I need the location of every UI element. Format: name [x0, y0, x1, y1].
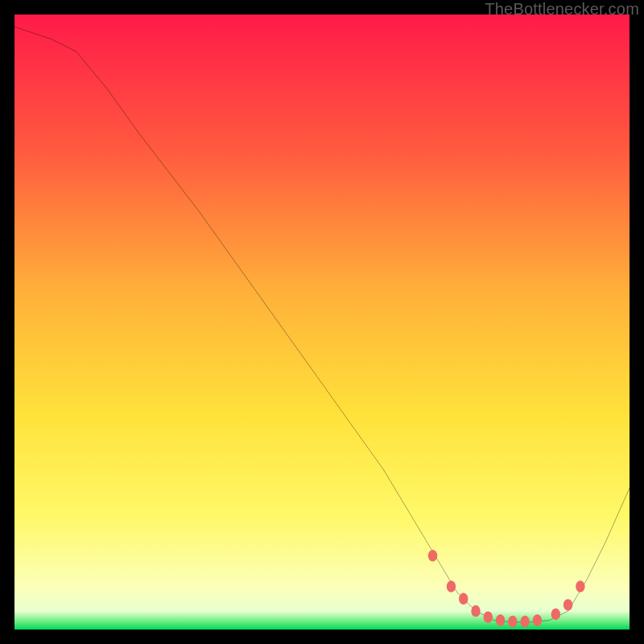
highlight-dot	[471, 605, 480, 617]
highlight-dot	[508, 616, 517, 628]
curve-layer	[14, 14, 630, 630]
highlight-dots	[428, 550, 585, 627]
highlight-dot	[447, 580, 456, 592]
highlight-dot	[564, 599, 572, 611]
highlight-dot	[576, 580, 584, 592]
highlight-dot	[484, 611, 493, 623]
chart-frame: TheBottlenecker.com	[0, 0, 644, 644]
highlight-dot	[533, 614, 542, 626]
plot-area	[14, 14, 630, 630]
highlight-dot	[459, 593, 468, 605]
bottleneck-curve	[14, 27, 630, 622]
highlight-dot	[496, 614, 505, 626]
watermark-text: TheBottlenecker.com	[485, 0, 639, 19]
highlight-dot	[551, 609, 560, 621]
highlight-dot	[428, 550, 437, 562]
highlight-dot	[520, 616, 529, 628]
